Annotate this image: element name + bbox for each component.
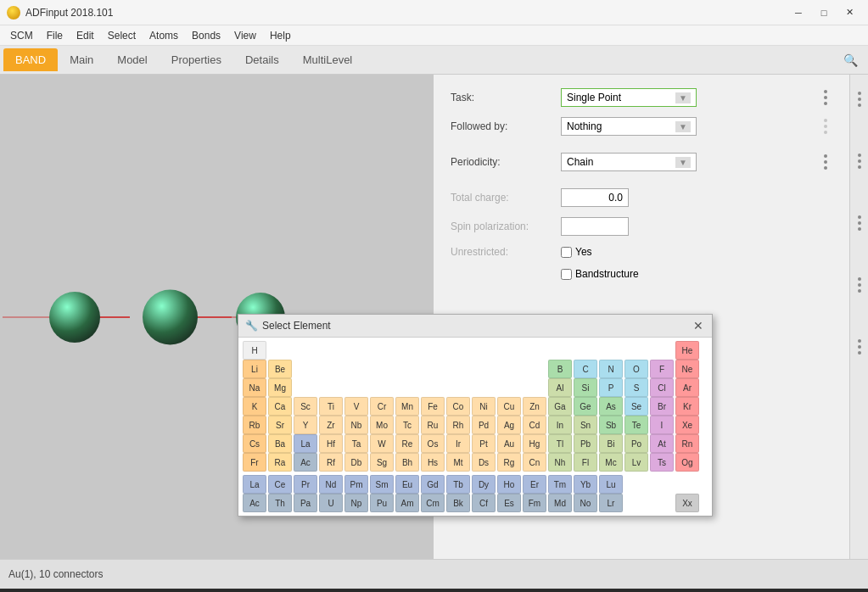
element-Mt[interactable]: Mt (446, 453, 470, 472)
search-icon[interactable]: 🔍 (837, 50, 865, 70)
element-Ta[interactable]: Ta (344, 434, 368, 453)
element-Sb[interactable]: Sb (599, 416, 623, 434)
element-Bi[interactable]: Bi (599, 434, 623, 453)
element-Cs[interactable]: Cs (243, 434, 266, 453)
element-Pm[interactable]: Pm (344, 475, 368, 494)
element-P[interactable]: P (599, 378, 623, 397)
element-N[interactable]: N (599, 360, 623, 378)
element-Rf[interactable]: Rf (319, 453, 343, 472)
element-Zn[interactable]: Zn (523, 397, 546, 416)
element-Am[interactable]: Am (395, 494, 419, 512)
element-K[interactable]: K (243, 397, 266, 416)
element-Po[interactable]: Po (624, 434, 648, 453)
element-Sr[interactable]: Sr (268, 416, 292, 434)
element-Hf[interactable]: Hf (319, 434, 343, 453)
element-Er[interactable]: Er (523, 475, 546, 494)
select-element-dialog[interactable]: 🔧 Select Element ✕ H (238, 314, 713, 517)
element-Lr[interactable]: Lr (599, 494, 623, 512)
element-Mc[interactable]: Mc (599, 453, 623, 472)
tab-properties[interactable]: Properties (160, 48, 233, 71)
element-In[interactable]: In (548, 416, 572, 434)
menu-view[interactable]: View (227, 28, 263, 43)
element-S[interactable]: S (624, 378, 648, 397)
element-Hg[interactable]: Hg (523, 434, 546, 453)
element-Rb[interactable]: Rb (243, 416, 266, 434)
tab-model[interactable]: Model (105, 48, 159, 71)
element-Cu[interactable]: Cu (497, 397, 521, 416)
followed-by-more-options[interactable] (824, 119, 827, 134)
element-Og[interactable]: Og (675, 453, 699, 472)
element-Os[interactable]: Os (421, 434, 445, 453)
element-Tb[interactable]: Tb (446, 475, 470, 494)
tab-main[interactable]: Main (58, 48, 105, 71)
dialog-close-button[interactable]: ✕ (692, 319, 705, 332)
element-Ac2[interactable]: Ac (243, 494, 266, 512)
element-Cn[interactable]: Cn (523, 453, 546, 472)
element-Ne[interactable]: Ne (675, 360, 699, 378)
element-Si[interactable]: Si (574, 378, 597, 397)
task-more-options[interactable] (824, 90, 827, 105)
element-Sc[interactable]: Sc (294, 397, 317, 416)
element-Tm[interactable]: Tm (548, 475, 572, 494)
element-Ni[interactable]: Ni (472, 397, 496, 416)
element-Pu[interactable]: Pu (370, 494, 394, 512)
element-Kr[interactable]: Kr (675, 397, 699, 416)
task-dropdown[interactable]: Single Point ▼ (561, 88, 697, 107)
element-Ho[interactable]: Ho (497, 475, 521, 494)
element-Pr[interactable]: Pr (294, 475, 317, 494)
element-Lu[interactable]: Lu (599, 475, 623, 494)
maximize-button[interactable]: □ (812, 4, 836, 21)
element-Se[interactable]: Se (624, 397, 648, 416)
element-Sm[interactable]: Sm (370, 475, 394, 494)
element-F[interactable]: F (650, 360, 674, 378)
edge-dots-1[interactable] (858, 92, 861, 107)
element-Sn[interactable]: Sn (574, 416, 597, 434)
element-Dy[interactable]: Dy (472, 475, 496, 494)
element-Cd[interactable]: Cd (523, 416, 546, 434)
edge-dots-2[interactable] (858, 154, 861, 169)
element-Cf[interactable]: Cf (472, 494, 496, 512)
element-Cm[interactable]: Cm (421, 494, 445, 512)
element-Fe[interactable]: Fe (421, 397, 445, 416)
element-Cl[interactable]: Cl (650, 378, 674, 397)
element-Co[interactable]: Co (446, 397, 470, 416)
element-Mn[interactable]: Mn (395, 397, 419, 416)
spin-polarization-input[interactable] (561, 217, 629, 236)
minimize-button[interactable]: ─ (787, 4, 810, 21)
element-Ge[interactable]: Ge (574, 397, 597, 416)
element-Ac[interactable]: Ac (294, 453, 317, 472)
element-Bk[interactable]: Bk (446, 494, 470, 512)
element-Mo[interactable]: Mo (370, 416, 394, 434)
bandstructure-checkbox[interactable] (561, 269, 572, 280)
element-Eu[interactable]: Eu (395, 475, 419, 494)
element-Xe[interactable]: Xe (675, 416, 699, 434)
element-Ag[interactable]: Ag (497, 416, 521, 434)
close-button[interactable]: ✕ (837, 4, 861, 21)
element-V[interactable]: V (344, 397, 368, 416)
element-Zr[interactable]: Zr (319, 416, 343, 434)
element-Xx[interactable]: Xx (675, 494, 699, 512)
element-Al[interactable]: Al (548, 378, 572, 397)
element-Pb[interactable]: Pb (574, 434, 597, 453)
element-As[interactable]: As (599, 397, 623, 416)
element-Th[interactable]: Th (268, 494, 292, 512)
element-Nb[interactable]: Nb (344, 416, 368, 434)
element-Na[interactable]: Na (243, 378, 266, 397)
menu-help[interactable]: Help (263, 28, 298, 43)
element-Ts[interactable]: Ts (650, 453, 674, 472)
periodicity-more-options[interactable] (824, 154, 827, 170)
element-No[interactable]: No (574, 494, 597, 512)
element-Rn[interactable]: Rn (675, 434, 699, 453)
tab-multilevel[interactable]: MultiLevel (291, 48, 365, 71)
tab-details[interactable]: Details (233, 48, 291, 71)
element-B[interactable]: B (548, 360, 572, 378)
element-Db[interactable]: Db (344, 453, 368, 472)
element-Ca[interactable]: Ca (268, 397, 292, 416)
element-Ar[interactable]: Ar (675, 378, 699, 397)
element-Y[interactable]: Y (294, 416, 317, 434)
element-Ir[interactable]: Ir (446, 434, 470, 453)
element-Fl[interactable]: Fl (574, 453, 597, 472)
edge-dots-3[interactable] (858, 215, 861, 231)
menu-scm[interactable]: SCM (3, 28, 40, 43)
element-C[interactable]: C (574, 360, 597, 378)
